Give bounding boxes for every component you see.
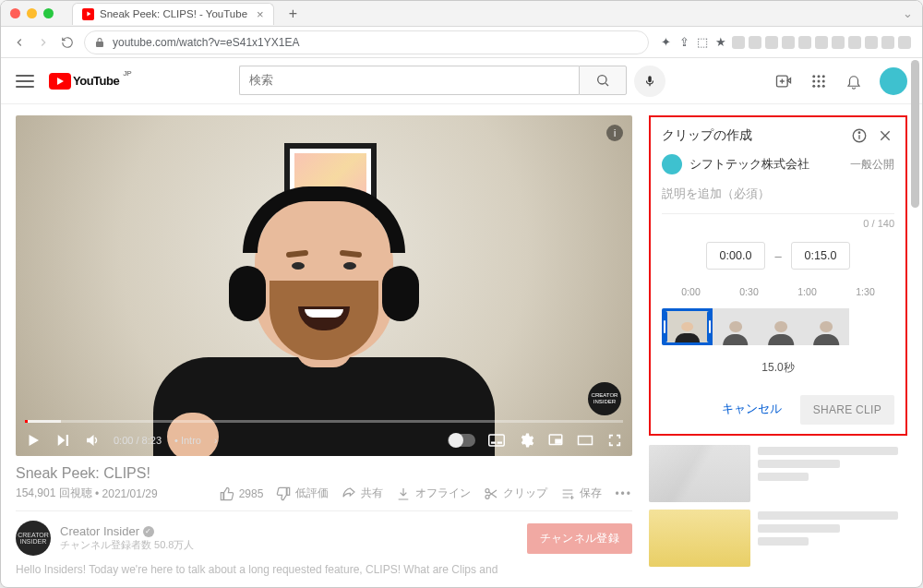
back-button[interactable]	[12, 35, 27, 50]
clip-start-time-input[interactable]: 0:00.0	[706, 242, 766, 270]
timeline-thumb[interactable]	[713, 308, 758, 345]
recommendation-card[interactable]	[649, 510, 907, 567]
clip-start-handle[interactable]	[662, 311, 667, 342]
apps-grid-icon[interactable]	[809, 72, 828, 90]
tick-label: 1:00	[778, 286, 836, 297]
channel-watermark[interactable]: CREATOR INSIDER	[588, 382, 621, 415]
notifications-bell-icon[interactable]	[845, 72, 863, 90]
channel-name[interactable]: Creator Insider ✓	[60, 524, 194, 538]
timeline-thumb[interactable]	[758, 308, 803, 345]
svg-marker-16	[30, 435, 40, 446]
fullscreen-icon[interactable]	[606, 432, 623, 449]
reload-button[interactable]	[60, 35, 75, 50]
zoom-window-button[interactable]	[43, 8, 54, 18]
more-actions-button[interactable]: •••	[615, 487, 632, 500]
tab-close-icon[interactable]: ×	[257, 7, 264, 21]
player-chapter[interactable]: • Intro	[174, 435, 201, 446]
hamburger-menu-icon[interactable]	[16, 75, 34, 88]
info-icon[interactable]	[850, 126, 869, 145]
theater-mode-icon[interactable]	[577, 432, 593, 449]
autoplay-toggle[interactable]	[448, 434, 475, 447]
browser-tab[interactable]: Sneak Peek: CLIPS! - YouTube ×	[72, 3, 274, 25]
ext-icon[interactable]	[782, 36, 795, 49]
ext-icon[interactable]	[881, 36, 894, 49]
search-input[interactable]	[239, 66, 579, 95]
recommendation-card[interactable]	[649, 445, 907, 502]
ext-icon[interactable]: ★	[713, 35, 728, 50]
video-info-icon[interactable]: i	[606, 125, 623, 141]
close-window-button[interactable]	[10, 8, 20, 18]
play-button[interactable]	[25, 432, 42, 449]
captions-icon[interactable]	[488, 432, 505, 449]
video-title: Sneak Peek: CLIPS!	[16, 465, 632, 482]
new-tab-button[interactable]: +	[289, 6, 297, 22]
ext-icon[interactable]	[749, 36, 761, 49]
chevron-right-icon: ›	[214, 436, 217, 446]
ext-icon[interactable]: ⬚	[695, 35, 710, 50]
verified-badge-icon: ✓	[143, 526, 154, 537]
tick-label: 0:30	[720, 286, 778, 297]
clip-creation-panel: クリップの作成 シフトテック株式会社 一般公開 説明を追加（必須） 0 / 14…	[649, 115, 907, 436]
ext-icon[interactable]	[815, 36, 828, 49]
ext-icon[interactable]: ✦	[658, 35, 673, 50]
ext-icon[interactable]: ⇪	[677, 35, 691, 50]
ext-icon[interactable]	[732, 36, 745, 49]
clip-visibility[interactable]: 一般公開	[850, 158, 894, 172]
subscribe-button[interactable]: チャンネル登録	[527, 523, 632, 554]
miniplayer-icon[interactable]	[547, 432, 564, 449]
voice-search-button[interactable]	[634, 66, 665, 97]
dislike-button[interactable]: 低評価	[276, 486, 329, 501]
svg-marker-17	[58, 435, 66, 446]
tabs-overflow-icon[interactable]: ⌄	[903, 6, 913, 20]
save-button[interactable]: 保存	[560, 486, 602, 501]
channel-row: CREATOR INSIDER Creator Insider ✓ チャンネル登…	[16, 521, 632, 556]
volume-icon[interactable]	[84, 432, 101, 449]
clip-description-input[interactable]: 説明を追加（必須）	[662, 184, 894, 204]
ext-icon[interactable]	[898, 36, 911, 49]
minimize-window-button[interactable]	[27, 8, 37, 18]
tick-label: 1:30	[836, 286, 894, 297]
close-icon[interactable]	[876, 126, 894, 145]
svg-point-10	[812, 79, 815, 82]
timeline-thumb[interactable]	[849, 308, 894, 345]
ext-icon[interactable]	[865, 36, 878, 49]
search-button[interactable]	[579, 66, 627, 95]
user-avatar[interactable]	[880, 67, 907, 95]
clip-panel-title: クリップの作成	[662, 127, 843, 144]
tab-title: Sneak Peek: CLIPS! - YouTube	[100, 8, 247, 19]
window-controls	[10, 8, 54, 18]
address-bar[interactable]: youtube.com/watch?v=eS41x1YX1EA	[84, 30, 649, 54]
create-icon[interactable]	[774, 72, 793, 90]
ext-icon[interactable]	[848, 36, 861, 49]
progress-bar[interactable]	[25, 420, 623, 423]
like-button[interactable]: 2985	[220, 486, 264, 501]
settings-gear-icon[interactable]	[518, 432, 534, 449]
clip-cancel-button[interactable]: キャンセル	[713, 394, 791, 425]
ext-icon[interactable]	[798, 36, 811, 49]
svg-line-2	[606, 83, 609, 86]
youtube-logo[interactable]: YouTube JP	[49, 73, 131, 90]
svg-rect-20	[491, 442, 496, 444]
video-player[interactable]: i CREATOR INSIDER 0:00 / 8:23 • Intro ›	[16, 115, 632, 456]
next-button[interactable]	[54, 432, 71, 449]
svg-point-25	[485, 488, 489, 492]
timeline-thumb-selected[interactable]	[662, 308, 713, 345]
clip-button[interactable]: クリップ	[484, 486, 547, 501]
divider	[16, 510, 632, 511]
page-scrollbar[interactable]	[911, 60, 919, 208]
share-button[interactable]: 共有	[342, 486, 383, 501]
ext-icon[interactable]	[765, 36, 778, 49]
clip-end-time-input[interactable]: 0:15.0	[791, 242, 851, 270]
channel-avatar[interactable]: CREATOR INSIDER	[16, 521, 51, 556]
ext-icon[interactable]	[832, 36, 845, 49]
subscriber-count: チャンネル登録者数 50.8万人	[60, 538, 194, 552]
timeline-thumb[interactable]	[804, 308, 849, 345]
video-description: Hello Insiders! Today we're here to talk…	[16, 563, 632, 576]
forward-button[interactable]	[36, 35, 51, 50]
share-clip-button[interactable]: SHARE CLIP	[800, 395, 894, 425]
recommendation-thumbnail	[649, 510, 750, 567]
svg-point-29	[858, 132, 860, 134]
svg-rect-23	[556, 439, 560, 443]
download-button[interactable]: オフライン	[396, 486, 471, 501]
clip-timeline[interactable]	[662, 308, 894, 345]
